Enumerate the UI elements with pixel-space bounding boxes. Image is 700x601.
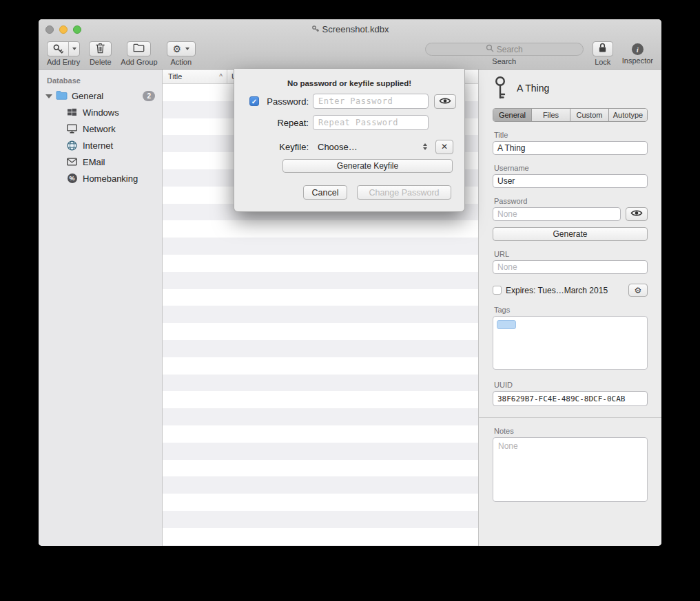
- dialog-repeat-row: Repeat: Repeat Password: [249, 115, 451, 130]
- folder-plus-icon: [133, 43, 145, 55]
- expires-checkbox[interactable]: [493, 286, 502, 295]
- sidebar-item-homebanking[interactable]: % Homebanking: [39, 170, 162, 187]
- cancel-button[interactable]: Cancel: [303, 185, 347, 200]
- username-value: User: [497, 176, 515, 186]
- key-icon: [493, 76, 508, 101]
- tags-field[interactable]: [493, 316, 648, 370]
- action-label: Action: [171, 58, 192, 66]
- sidebar-item-label: Windows: [83, 107, 119, 118]
- dialog-keyfile-row: Keyfile: Choose… ✕: [249, 139, 451, 154]
- sidebar-item-windows[interactable]: Windows: [39, 104, 162, 120]
- app-window: Screenshot.kdbx Add Entry: [39, 19, 661, 546]
- password-checkbox[interactable]: ✓: [249, 96, 259, 106]
- add-entry-button[interactable]: Add Entry: [47, 41, 80, 66]
- tab-general[interactable]: General: [493, 109, 532, 121]
- divider: [479, 417, 661, 418]
- eye-icon: [439, 95, 451, 107]
- stepper-icon: [423, 143, 427, 150]
- add-entry-dropdown[interactable]: [68, 42, 79, 56]
- titlebar[interactable]: Screenshot.kdbx: [39, 19, 661, 39]
- search-label: Search: [492, 57, 516, 65]
- envelope-icon: [66, 158, 78, 166]
- delete-button[interactable]: Delete: [89, 41, 112, 66]
- inspector-button[interactable]: i Inspector: [622, 41, 653, 65]
- generate-keyfile-button[interactable]: Generate Keyfile: [282, 159, 453, 173]
- notes-field[interactable]: None: [493, 437, 648, 502]
- enter-password-field[interactable]: Enter Password: [313, 94, 429, 109]
- tab-custom[interactable]: Custom: [570, 109, 609, 121]
- clear-x-icon: ✕: [441, 142, 448, 151]
- add-group-label: Add Group: [121, 58, 157, 66]
- count-badge: 2: [143, 91, 155, 101]
- sidebar-item-network[interactable]: Network: [39, 120, 162, 137]
- tags-label: Tags: [494, 306, 648, 314]
- dialog-message: No password or keyfile supplied!: [234, 79, 464, 87]
- column-header-title[interactable]: Title ^: [163, 70, 227, 83]
- search-input[interactable]: Search: [425, 43, 584, 56]
- entry-title: A Thing: [517, 83, 549, 94]
- tab-files[interactable]: Files: [532, 109, 570, 121]
- globe-icon: [66, 140, 78, 151]
- expires-settings-button[interactable]: ⚙: [628, 284, 648, 297]
- keyfile-popup-value: Choose…: [318, 142, 358, 152]
- percent-glyph: %: [68, 173, 77, 183]
- sidebar-group-label: General: [72, 91, 143, 101]
- coin-icon: %: [66, 173, 78, 183]
- search-placeholder: Search: [497, 45, 523, 54]
- document-proxy-icon: [311, 24, 319, 34]
- add-group-button[interactable]: Add Group: [121, 41, 157, 66]
- desktop-background: Screenshot.kdbx Add Entry: [0, 0, 700, 601]
- gear-icon: ⚙: [173, 44, 182, 54]
- chevron-down-icon: [185, 48, 189, 50]
- url-field[interactable]: None: [493, 260, 648, 274]
- clear-keyfile-button[interactable]: ✕: [435, 140, 453, 154]
- uuid-field[interactable]: 38F629B7-FC4E-489C-8DCF-0CAB: [493, 391, 648, 406]
- inspector-tabs: General Files Custom Autotype: [493, 108, 648, 122]
- close-button[interactable]: [45, 25, 54, 34]
- dialog-keyfile-label: Keyfile:: [262, 142, 309, 152]
- reveal-password-button[interactable]: [626, 207, 648, 221]
- lock-button[interactable]: Lock: [593, 41, 613, 66]
- sidebar-item-label: Homebanking: [83, 173, 138, 184]
- dialog-repeat-label: Repeat:: [262, 118, 309, 128]
- info-icon: i: [632, 43, 644, 55]
- title-field[interactable]: A Thing: [493, 141, 648, 155]
- action-button[interactable]: ⚙ Action: [167, 41, 196, 66]
- repeat-password-field[interactable]: Repeat Password: [313, 115, 429, 130]
- sort-ascending-icon: ^: [219, 73, 223, 81]
- sidebar-group-general[interactable]: General 2: [39, 88, 162, 104]
- key-plus-icon: [48, 42, 68, 56]
- tag-chip[interactable]: [497, 320, 516, 329]
- disclosure-triangle-icon[interactable]: [45, 94, 52, 98]
- search-icon: [486, 44, 494, 54]
- url-label: URL: [494, 250, 648, 258]
- change-password-button[interactable]: Change Password: [357, 185, 451, 200]
- display-icon: [66, 124, 78, 134]
- keyfile-popup-button[interactable]: Choose…: [313, 139, 430, 154]
- sidebar-item-email[interactable]: EMail: [39, 154, 162, 170]
- window-title: Screenshot.kdbx: [322, 24, 389, 34]
- enter-password-placeholder: Enter Password: [318, 96, 393, 106]
- windows-icon: [66, 108, 78, 116]
- password-field[interactable]: None: [493, 207, 621, 221]
- username-field[interactable]: User: [493, 174, 648, 188]
- generate-password-button[interactable]: Generate: [493, 227, 648, 241]
- sidebar: Database General 2 Windows: [39, 70, 163, 546]
- repeat-password-placeholder: Repeat Password: [318, 118, 398, 127]
- sidebar-item-internet[interactable]: Internet: [39, 137, 162, 154]
- lock-label: Lock: [595, 58, 610, 66]
- sidebar-item-label: EMail: [83, 157, 105, 167]
- traffic-lights: [45, 19, 81, 39]
- padlock-icon: [598, 42, 607, 56]
- check-icon: ✓: [251, 98, 257, 105]
- dialog-password-row: ✓ Password: Enter Password: [249, 94, 451, 109]
- username-label: Username: [494, 164, 648, 172]
- url-placeholder: None: [497, 262, 517, 272]
- notes-placeholder: None: [498, 441, 518, 451]
- zoom-button[interactable]: [73, 25, 81, 34]
- minimize-button[interactable]: [59, 25, 68, 34]
- tab-autotype[interactable]: Autotype: [609, 109, 647, 121]
- password-placeholder: None: [497, 209, 517, 219]
- reveal-dialog-password-button[interactable]: [434, 94, 456, 109]
- inspector-panel: A Thing General Files Custom Autotype Ti…: [479, 70, 661, 546]
